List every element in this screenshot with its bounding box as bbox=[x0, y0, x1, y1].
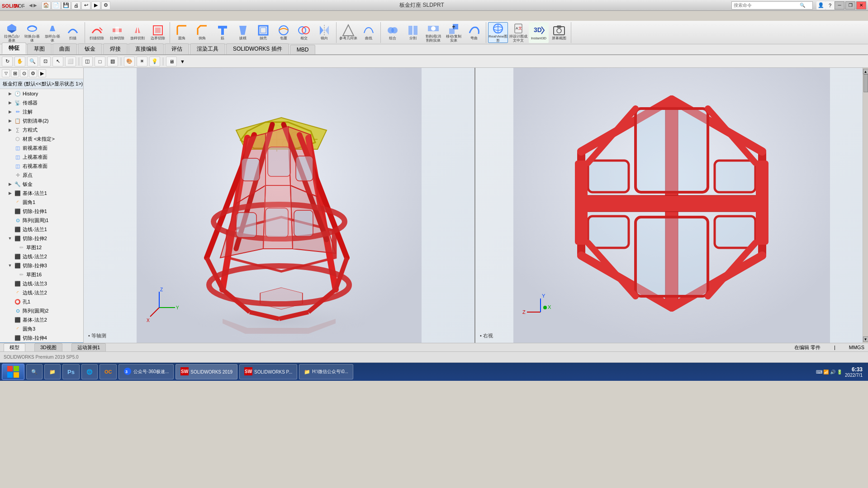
window-controls[interactable]: ─ ❐ ✕ bbox=[835, 1, 868, 9]
tree-item-history[interactable]: ▶ 🕐 History bbox=[0, 89, 83, 98]
vp-filter-btn[interactable]: ⬜ bbox=[65, 57, 76, 66]
loft-btn[interactable]: 放样台/基体 bbox=[43, 22, 62, 43]
scroll-down-btn[interactable]: ▼ bbox=[863, 336, 868, 342]
tree-item-top-plane[interactable]: ◫ 上视基准面 bbox=[0, 152, 83, 161]
draft-btn[interactable]: 拔模 bbox=[233, 22, 253, 43]
vp-select-btn[interactable]: ↖ bbox=[52, 57, 63, 66]
rebuild-btn[interactable]: ▶ bbox=[91, 1, 100, 9]
tree-item-cut-extrude1[interactable]: ⬛ 切除-拉伸1 bbox=[0, 207, 83, 216]
tree-item-cut-extrude4[interactable]: ⬛ 切除-拉伸4 bbox=[0, 333, 83, 342]
tab-surface[interactable]: 曲面 bbox=[52, 43, 77, 54]
tree-view-btn[interactable]: ⊞ bbox=[11, 69, 19, 77]
ref-geometry-btn[interactable]: 参考几何体 bbox=[338, 22, 358, 43]
tree-item-pattern-circ2[interactable]: ⊙ 阵列(圆周)2 bbox=[0, 306, 83, 315]
taskbar-chrome[interactable]: 🌐 bbox=[81, 364, 98, 379]
wrap-btn[interactable]: 包覆 bbox=[274, 22, 294, 43]
vp-section-btn[interactable]: ▧ bbox=[107, 57, 118, 66]
tree-item-edge-flange2[interactable]: ⬛ 边线-法兰2 bbox=[0, 252, 83, 261]
split-btn[interactable]: 分割 bbox=[403, 22, 423, 43]
fillet-btn[interactable]: 圆角 bbox=[172, 22, 192, 43]
tab-mbd[interactable]: MBD bbox=[290, 45, 316, 54]
tree-header[interactable]: 板金灯座 (默认<<默认>显示状态 1>) bbox=[0, 79, 83, 89]
vp-fit-btn[interactable]: ⊡ bbox=[40, 57, 51, 66]
taskbar-sw-premium[interactable]: SW SOLIDWORKS P... bbox=[239, 364, 297, 379]
vp-appearance-btn[interactable]: 🎨 bbox=[124, 57, 135, 66]
tree-item-right-plane[interactable]: ◫ 右视基准面 bbox=[0, 161, 83, 171]
sweep-cut-btn[interactable]: 扫描切除 bbox=[87, 22, 107, 43]
tree-item-sketch12[interactable]: ✏ 草图12 bbox=[0, 243, 83, 252]
vp-hidden-btn[interactable]: ◫ bbox=[82, 57, 93, 66]
taskbar-ps[interactable]: Ps bbox=[62, 364, 80, 379]
tab-weld[interactable]: 焊接 bbox=[103, 43, 128, 54]
shell-btn[interactable]: 抽壳 bbox=[253, 22, 273, 43]
tab-feature[interactable]: 特征 bbox=[2, 43, 26, 54]
filter-icon[interactable]: ▽ bbox=[2, 69, 10, 77]
search-input[interactable] bbox=[732, 3, 800, 8]
boss-extrude-btn[interactable]: 拉伸凸台/基体 bbox=[2, 22, 22, 43]
scroll-up-btn[interactable]: ▲ bbox=[863, 69, 868, 74]
tree-item-edge-flange3[interactable]: ⬛ 边线-法兰3 bbox=[0, 279, 83, 288]
tree-item-cutlist[interactable]: ▶ 📋 切割清单(2) bbox=[0, 116, 83, 125]
tree-item-edge-flange1[interactable]: ⬛ 边线-法兰1 bbox=[0, 225, 83, 234]
taskbar-360[interactable]: 3 公众号·360极速... bbox=[119, 364, 174, 379]
rib-btn[interactable]: 筋 bbox=[213, 22, 232, 43]
screenshot-btn[interactable]: 屏幕截图 bbox=[549, 22, 569, 43]
taskbar-ocx[interactable]: OC bbox=[100, 364, 117, 379]
viewport-isometric[interactable]: Y X Z • 等轴测 bbox=[84, 68, 475, 343]
tab-sw-addins[interactable]: SOLIDWORKS 插件 bbox=[226, 43, 289, 54]
tree-item-equation[interactable]: ▶ ∑ 方程式 bbox=[0, 125, 83, 134]
close-btn[interactable]: ✕ bbox=[856, 1, 866, 9]
tree-item-cut-extrude3[interactable]: ▼ ⬛ 切除-拉伸3 bbox=[0, 261, 83, 270]
tree-item-cut-extrude2[interactable]: ▼ ⬛ 切除-拉伸2 bbox=[0, 234, 83, 243]
tree-item-base-flange1[interactable]: ▶ ⬛ 基体-法兰1 bbox=[0, 189, 83, 198]
sweep-btn[interactable]: 扫描 bbox=[63, 22, 83, 43]
tab-render[interactable]: 渲染工具 bbox=[190, 43, 225, 54]
restore-btn[interactable]: ❐ bbox=[845, 1, 855, 9]
boundary-cut-btn[interactable]: 边界切除 bbox=[148, 22, 168, 43]
status-tab-motion[interactable]: 运动算例1 bbox=[71, 343, 106, 352]
vp-rotate-btn[interactable]: ↻ bbox=[2, 57, 13, 66]
property-btn[interactable]: ⊙ bbox=[20, 69, 28, 77]
user-icon[interactable]: 👤 bbox=[816, 1, 825, 9]
tree-item-fillet3[interactable]: ◜ 圆角3 bbox=[0, 324, 83, 333]
vp-lights-btn[interactable]: 💡 bbox=[149, 57, 160, 66]
vp-zoom-btn[interactable]: 🔍 bbox=[27, 57, 38, 66]
chamfer-btn[interactable]: 倒角 bbox=[192, 22, 212, 43]
tree-item-sheetmetal[interactable]: ▶ 🔧 钣金 bbox=[0, 180, 83, 189]
tree-item-hole1[interactable]: ⭕ 孔1 bbox=[0, 297, 83, 306]
tab-evaluate[interactable]: 评估 bbox=[165, 43, 189, 54]
scroll-thumb[interactable] bbox=[863, 74, 868, 92]
tree-item-base-flange2[interactable]: ⬛ 基体-法兰2 bbox=[0, 315, 83, 324]
loft-cut-btn[interactable]: 放样切割 bbox=[128, 22, 147, 43]
tree-item-front-plane[interactable]: ◫ 前视基准面 bbox=[0, 143, 83, 152]
undo-btn[interactable]: ↩ bbox=[81, 1, 90, 9]
revolve-btn[interactable]: 转换台/基体 bbox=[22, 22, 42, 43]
vp-pan-btn[interactable]: ✋ bbox=[14, 57, 25, 66]
realview-btn[interactable]: RealView图形 bbox=[488, 22, 508, 43]
options-btn[interactable]: ⚙ bbox=[101, 1, 110, 9]
vp-display-btn[interactable]: 🖥 bbox=[166, 57, 177, 66]
vp-scene-btn[interactable]: ☀ bbox=[137, 57, 147, 66]
tab-sheetmetal[interactable]: 钣金 bbox=[78, 43, 102, 54]
tree-item-sketch16[interactable]: ✏ 草图16 bbox=[0, 270, 83, 279]
vp-wireframe-btn[interactable]: □ bbox=[95, 57, 105, 66]
tab-sketch[interactable]: 草图 bbox=[27, 43, 52, 54]
extrude-cut-btn[interactable]: 拉伸切除 bbox=[107, 22, 127, 43]
design-checker-btn[interactable]: A 文 持设计图成文中文 bbox=[508, 22, 528, 43]
config-btn[interactable]: ⚙ bbox=[29, 69, 37, 77]
tab-direct[interactable]: 直接编辑 bbox=[128, 43, 164, 54]
instant3d-btn[interactable]: 3D Instant3D bbox=[529, 22, 549, 43]
combine-btn[interactable]: 组合 bbox=[383, 22, 403, 43]
more-btn[interactable]: ▶ bbox=[38, 69, 46, 77]
mirror-btn[interactable]: 镜向 bbox=[314, 22, 334, 43]
tree-item-fillet2[interactable]: ◜ 边线-法兰2 bbox=[0, 288, 83, 297]
tree-item-annotation[interactable]: ▶ ✏ 注解 bbox=[0, 107, 83, 116]
tree-item-pattern-circ1[interactable]: ⊙ 阵列(圆周)1 bbox=[0, 216, 83, 225]
right-scroll[interactable]: ▲ ▼ bbox=[863, 68, 868, 343]
status-tab-3dview[interactable]: 3D视图 bbox=[34, 343, 62, 352]
minimize-btn[interactable]: ─ bbox=[835, 1, 844, 9]
print-btn[interactable]: 🖨 bbox=[71, 1, 81, 9]
tree-item-fillet1[interactable]: ◜ 圆角1 bbox=[0, 198, 83, 207]
help-btn[interactable]: ? bbox=[825, 1, 835, 9]
tree-item-material[interactable]: ⬡ 材质 <未指定> bbox=[0, 134, 83, 143]
